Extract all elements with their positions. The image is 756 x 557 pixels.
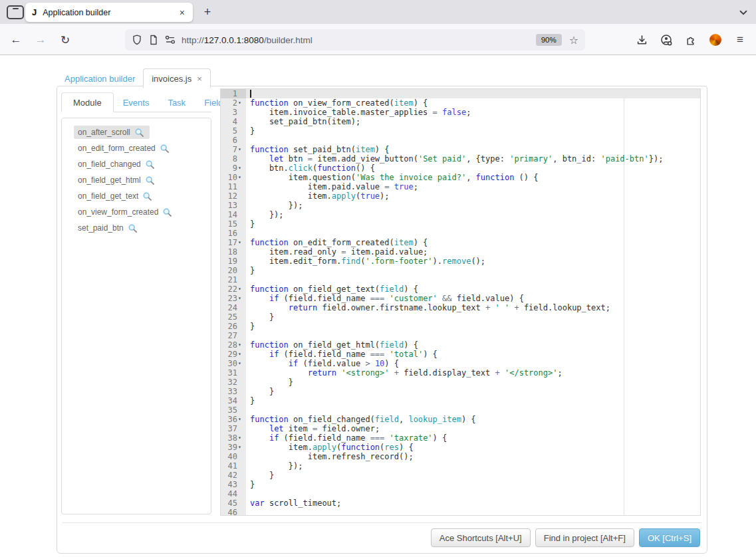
browser-tab[interactable]: J Application builder × [25,3,193,22]
code-line[interactable]: 33 } [221,387,700,396]
list-item[interactable]: on_view_form_created [62,204,211,220]
reload-icon[interactable]: ↻ [55,29,76,51]
code-text[interactable]: set_paid_btn(item); [246,117,360,126]
code-text[interactable]: } [246,126,255,136]
list-item[interactable]: set_paid_btn [62,220,211,236]
code-text[interactable]: if (field.field_name === 'total') { [246,350,438,359]
bookmark-star-icon[interactable]: ☆ [569,34,578,47]
code-line[interactable]: 40 item.refresh_record(); [221,452,700,461]
list-item[interactable]: on_edit_form_created [62,140,211,156]
code-line[interactable]: 3 item.invoice_table.master_applies = fa… [221,108,700,117]
tab-invoices-js[interactable]: invoices.js × [143,68,211,88]
code-text[interactable]: } [246,396,255,405]
code-text[interactable]: function on_field_get_html(field) { [246,340,418,350]
function-name[interactable]: on_field_changed [78,160,141,169]
code-line[interactable]: 14 }); [221,210,700,219]
code-text[interactable]: if (field.field_name === 'customer' && f… [246,294,524,303]
list-item[interactable]: on_after_scroll [62,124,211,140]
menu-icon[interactable]: ≡ [729,29,751,51]
code-line[interactable]: 7▾function set_paid_btn(item) { [221,145,700,154]
search-icon[interactable] [146,160,154,169]
code-text[interactable]: return '<strong>' + field.display_text +… [246,368,563,378]
url-text[interactable]: http://127.0.0.1:8080/builder.html [182,35,313,45]
code-line[interactable]: 6 [221,136,700,145]
code-line[interactable]: 2▾function on_view_form_created(item) { [221,98,700,108]
forward-icon[interactable]: → [30,29,51,51]
code-text[interactable]: item.read_only = item.paid.value; [246,247,428,257]
list-item[interactable]: on_field_get_html [62,172,211,188]
code-line[interactable]: 10▾ item.question('Was the invoice paid?… [221,173,700,182]
code-line[interactable]: 4 set_paid_btn(item); [221,117,700,126]
code-line[interactable]: 9▾ btn.click(function() { [221,164,700,173]
code-text[interactable]: } [246,312,274,322]
code-line[interactable]: 25 } [221,312,700,322]
code-line[interactable]: 45var scroll_timeout; [221,499,700,508]
fold-marker-icon[interactable]: ▾ [237,173,246,182]
code-line[interactable]: 29▾ if (field.field_name === 'total') { [221,350,700,359]
code-text[interactable]: function on_field_get_text(field) { [246,284,418,294]
code-line[interactable]: 34} [221,396,700,405]
code-text[interactable]: return field.owner.firstname.lookup_text… [246,303,610,312]
tab-application-builder[interactable]: Application builder [57,69,143,88]
code-text[interactable]: }); [246,461,303,471]
fold-marker-icon[interactable]: ▾ [237,443,246,452]
code-text[interactable]: } [246,219,255,229]
code-line[interactable]: 1 [221,89,700,98]
fold-marker-icon[interactable]: ▾ [237,98,246,108]
code-line[interactable]: 42 } [221,471,700,480]
code-line[interactable]: 12 item.apply(true); [221,191,700,201]
function-name[interactable]: on_after_scroll [78,128,130,137]
search-icon[interactable] [135,128,144,137]
fold-marker-icon[interactable]: ▾ [237,433,246,443]
code-text[interactable] [246,405,250,415]
fold-marker-icon[interactable]: ▾ [237,238,246,247]
code-editor[interactable]: 12▾function on_view_form_created(item) {… [220,88,701,516]
search-icon[interactable] [143,192,152,201]
account-icon[interactable] [656,29,677,51]
code-text[interactable] [246,331,250,340]
code-line[interactable]: 38▾ if (field.field_name === 'taxrate') … [221,433,700,443]
code-text[interactable]: if (field.value > 10) { [246,359,399,368]
search-icon[interactable] [163,208,172,217]
code-line[interactable]: 36▾function on_field_changed(field, look… [221,415,700,424]
search-icon[interactable] [146,176,154,185]
firefox-view-icon[interactable] [7,5,24,19]
function-name[interactable]: on_field_get_html [78,175,141,185]
fold-marker-icon[interactable]: ▾ [237,359,246,368]
code-line[interactable]: 43} [221,480,700,489]
code-text[interactable]: function set_paid_btn(item) { [246,145,390,154]
code-text[interactable] [246,229,250,238]
find-in-project-button[interactable]: Find in project [Alt+F] [535,528,634,547]
code-text[interactable] [246,489,250,499]
code-text[interactable]: } [246,322,255,331]
code-line[interactable]: 23▾ if (field.field_name === 'customer' … [221,294,700,303]
url-bar[interactable]: http://127.0.0.1:8080/builder.html 90% ☆ [125,29,585,51]
fold-marker-icon[interactable]: ▾ [237,145,246,154]
code-line[interactable]: 32 } [221,378,700,387]
fold-marker-icon[interactable]: ▾ [237,284,246,294]
code-text[interactable]: } [246,378,293,387]
code-line[interactable]: 37 let item = field.owner; [221,424,700,433]
code-text[interactable]: item.paid.value = true; [246,182,418,191]
fold-marker-icon[interactable]: ▾ [237,350,246,359]
fold-marker-icon[interactable]: ▾ [237,340,246,350]
code-line[interactable]: 22▾function on_field_get_text(field) { [221,284,700,294]
fold-marker-icon[interactable]: ▾ [237,415,246,424]
code-line[interactable]: 35 [221,405,700,415]
function-name[interactable]: on_field_get_text [78,191,138,201]
permissions-icon[interactable] [165,35,176,45]
code-line[interactable]: 46 [221,508,700,516]
function-name[interactable]: on_view_form_created [78,207,158,217]
code-text[interactable]: } [246,266,255,275]
fold-marker-icon[interactable]: ▾ [237,164,246,173]
page-icon[interactable] [148,35,159,45]
ok-button[interactable]: OK [Ctrl+S] [639,528,700,547]
code-line[interactable]: 44 [221,489,700,499]
code-text[interactable]: item.question('Was the invoice paid?', f… [246,173,539,182]
code-text[interactable]: item.apply(function(res) { [246,443,414,452]
code-line[interactable]: 31 return '<strong>' + field.display_tex… [221,368,700,378]
tab-module[interactable]: Module [61,92,114,112]
code-line[interactable]: 17▾function on_edit_form_created(item) { [221,238,700,247]
code-text[interactable]: function on_view_form_created(item) { [246,98,428,108]
tab-events[interactable]: Events [114,93,159,112]
